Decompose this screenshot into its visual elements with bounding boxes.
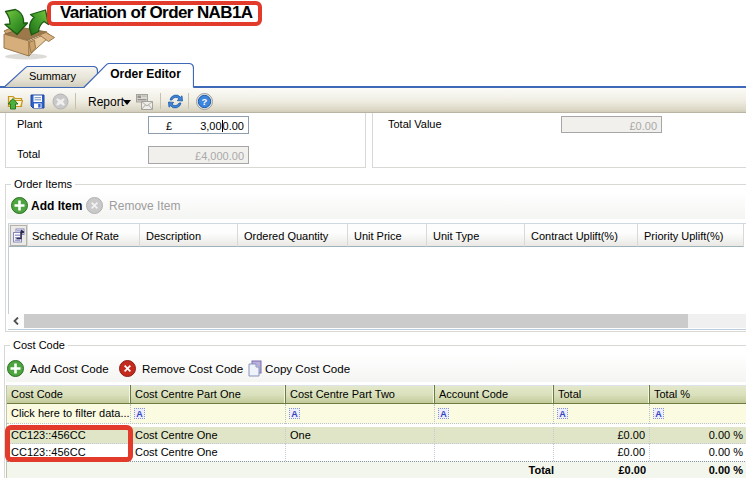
svg-text:?: ? [202,96,208,107]
